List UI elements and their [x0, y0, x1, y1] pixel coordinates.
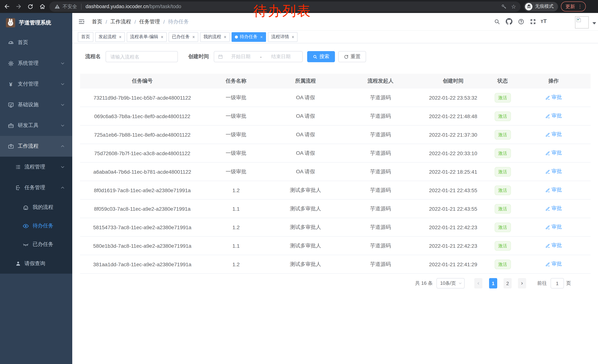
table-row: a6aba0a4-7b6d-11ec-b781-acde48001122 一级审…: [80, 162, 590, 181]
starter-cell: 芋道源码: [343, 242, 418, 249]
next-page-button[interactable]: ›: [518, 278, 526, 289]
sidebar-item-workflow[interactable]: 工作流程: [0, 136, 72, 157]
close-icon[interactable]: ×: [291, 35, 294, 39]
pagination-total: 共 16 条: [415, 280, 433, 287]
sidebar-item-devtools[interactable]: 研发工具: [0, 115, 72, 136]
tab-process-detail[interactable]: 流程详情×: [268, 32, 298, 42]
status-badge: 激活: [494, 130, 511, 139]
approve-link[interactable]: 审批: [545, 113, 562, 119]
breadcrumb-task-mgmt[interactable]: 任务管理: [139, 18, 160, 25]
approve-link[interactable]: 审批: [545, 224, 562, 231]
pagination: 共 16 条 10条/页 ‹ 1 2 › 前往 页: [415, 278, 571, 289]
created-time-cell: 2022-01-22 21:37:30: [418, 132, 489, 138]
header-process: 所属流程: [267, 78, 343, 84]
update-label: 更新: [565, 3, 575, 10]
task-id-cell: 73211d9d-7b9b-11ec-b5b7-acde48001122: [80, 95, 205, 101]
tab-my-process[interactable]: 我的流程×: [200, 32, 230, 42]
breadcrumb-workflow[interactable]: 工作流程: [110, 18, 131, 25]
created-time-cell: 2022-01-21 22:43:55: [418, 206, 489, 212]
sidebar-item-label: 研发工具: [18, 122, 39, 129]
page-size-select[interactable]: 10条/页: [436, 278, 465, 289]
page-button-1[interactable]: 1: [489, 278, 497, 289]
page-button-2[interactable]: 2: [504, 278, 512, 289]
tab-start-process[interactable]: 发起流程×: [95, 32, 125, 42]
table-row: 725a1eb6-7b88-11ec-8ef0-acde48001122 一级审…: [80, 126, 590, 144]
breadcrumb-home[interactable]: 首页: [92, 18, 102, 25]
chevron-down-icon: [60, 61, 65, 65]
sidebar-item-leave-query[interactable]: 请假查询: [0, 254, 72, 274]
browser-forward-button[interactable]: [13, 1, 24, 12]
close-icon[interactable]: ×: [192, 35, 195, 39]
process-cell: 测试多审批人: [267, 261, 343, 267]
sidebar-item-process-mgmt[interactable]: 流程管理: [0, 157, 72, 177]
sidebar-collapse-button[interactable]: [78, 18, 85, 25]
sidebar-item-system[interactable]: 系统管理: [0, 53, 72, 74]
browser-menu-icon[interactable]: ⋮: [578, 4, 582, 9]
process-name-input[interactable]: [106, 51, 178, 62]
sidebar-item-task-mgmt[interactable]: 任务管理: [0, 177, 72, 198]
logo-image: [6, 18, 15, 27]
close-icon[interactable]: ×: [224, 35, 226, 39]
fullscreen-icon[interactable]: [530, 18, 536, 25]
sidebar-item-my-process[interactable]: 我的流程: [0, 198, 72, 217]
reset-button[interactable]: 重置: [338, 51, 366, 62]
breadcrumb-separator: /: [106, 19, 107, 25]
task-id-cell: 381aa1dd-7ac8-11ec-a9e2-a2380e71991a: [80, 261, 205, 267]
approve-link[interactable]: 审批: [545, 94, 562, 101]
status-badge: 激活: [494, 222, 511, 232]
close-icon[interactable]: ×: [260, 35, 263, 39]
text-size-icon[interactable]: тT: [540, 18, 547, 24]
approve-link[interactable]: 审批: [545, 168, 562, 175]
avatar[interactable]: [575, 16, 589, 29]
monitor-icon: [8, 102, 14, 108]
pencil-icon: [545, 169, 550, 174]
avatar-caret-icon[interactable]: [592, 22, 596, 24]
password-key-icon[interactable]: [501, 4, 507, 9]
bookmark-star-icon[interactable]: ☆: [511, 4, 516, 9]
sidebar-item-label: 流程管理: [25, 164, 45, 170]
sidebar-item-home[interactable]: 首页: [0, 32, 72, 53]
chevron-down-icon: [458, 281, 462, 285]
tab-form-edit[interactable]: 流程表单-编辑×: [127, 32, 167, 42]
tab-todo-tasks[interactable]: 待办任务×: [232, 32, 266, 42]
created-time-cell: 2022-01-21 22:42:23: [418, 243, 489, 249]
approve-link[interactable]: 审批: [545, 205, 562, 212]
task-id-cell: 580e1b3d-7ac8-11ec-a9e2-a2380e71991a: [80, 243, 205, 249]
approve-link[interactable]: 审批: [545, 131, 562, 138]
status-badge: 激活: [494, 204, 511, 213]
browser-reload-button[interactable]: [25, 1, 36, 12]
help-icon[interactable]: [518, 18, 524, 25]
table-row: 8f059c03-7ac8-11ec-a9e2-a2380e71991a 1.1…: [80, 200, 590, 218]
browser-update-button[interactable]: 更新 ⋮: [561, 1, 586, 11]
sidebar-item-done-tasks[interactable]: 已办任务: [0, 235, 72, 254]
browser-back-button[interactable]: [1, 1, 12, 12]
approve-link[interactable]: 审批: [545, 150, 562, 156]
sidebar-item-label: 任务管理: [25, 184, 45, 191]
sidebar-item-infra[interactable]: 基础设施: [0, 94, 72, 115]
search-button[interactable]: 搜索: [307, 51, 335, 62]
prev-page-button[interactable]: ‹: [474, 278, 482, 289]
approve-link[interactable]: 审批: [545, 261, 562, 267]
app-logo[interactable]: 芋道管理系统: [0, 13, 72, 32]
goto-page-input[interactable]: [551, 278, 564, 289]
tab-done-tasks[interactable]: 已办任务×: [169, 32, 198, 42]
approve-link[interactable]: 审批: [545, 187, 562, 194]
close-icon[interactable]: ×: [119, 35, 122, 39]
tab-home[interactable]: 首页: [78, 32, 93, 42]
approve-link[interactable]: 审批: [545, 242, 562, 249]
search-icon[interactable]: [494, 18, 500, 25]
task-id-cell: 8f0d1619-7ac8-11ec-a9e2-a2380e71991a: [80, 187, 205, 193]
yen-icon: ¥: [8, 81, 14, 87]
robot-icon: [22, 204, 29, 210]
sidebar-item-todo-tasks[interactable]: 待办任务: [0, 217, 72, 235]
github-icon[interactable]: [506, 18, 512, 25]
date-range-picker[interactable]: 开始日期 - 结束日期: [214, 51, 303, 62]
close-icon[interactable]: ×: [161, 35, 163, 39]
pencil-icon: [545, 132, 550, 137]
home-icon: [39, 3, 45, 10]
browser-home-button[interactable]: [37, 1, 47, 12]
security-label: 不安全: [63, 3, 77, 10]
header-task-id: 任务编号: [80, 78, 205, 84]
starter-cell: 芋道源码: [343, 224, 418, 231]
sidebar-item-payment[interactable]: ¥ 支付管理: [0, 74, 72, 94]
